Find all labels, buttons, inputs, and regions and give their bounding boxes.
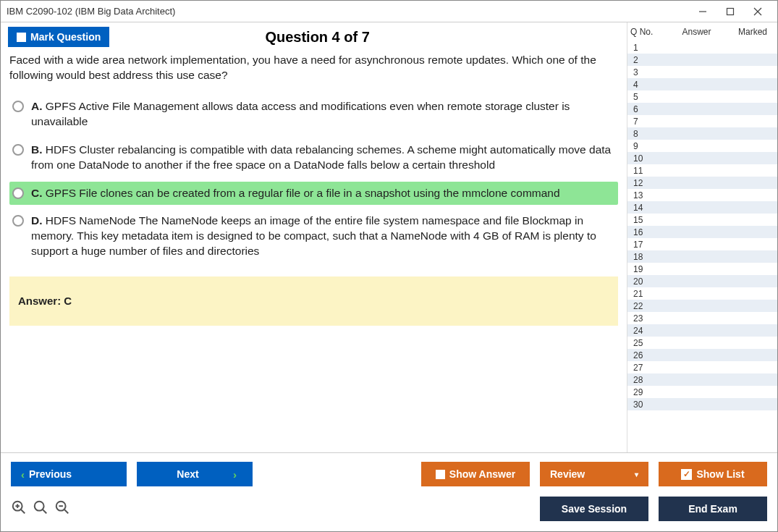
list-item-number: 29 (627, 387, 659, 397)
list-item[interactable]: 18 (627, 250, 777, 263)
list-item-number: 25 (627, 338, 659, 348)
options-list: A. GPFS Active File Management allows da… (9, 95, 618, 263)
list-item[interactable]: 3 (627, 66, 777, 78)
list-item[interactable]: 14 (627, 201, 777, 214)
list-item[interactable]: 20 (627, 275, 777, 287)
list-item-number: 22 (627, 301, 659, 311)
checkbox-icon (436, 470, 445, 479)
svg-point-8 (35, 502, 44, 511)
col-answer: Answer (662, 27, 731, 37)
end-exam-button[interactable]: End Exam (659, 497, 767, 521)
option-row[interactable]: D. HDFS NameNode The NameNode keeps an i… (9, 209, 618, 263)
list-item-number: 17 (627, 240, 659, 250)
list-item[interactable]: 4 (627, 78, 777, 90)
list-item[interactable]: 10 (627, 152, 777, 164)
zoom-reset-icon[interactable] (33, 499, 48, 518)
list-item[interactable]: 24 (627, 324, 777, 337)
chevron-left-icon: ‹ (21, 468, 25, 481)
show-answer-button[interactable]: Show Answer (421, 462, 530, 486)
zoom-controls (11, 499, 70, 518)
list-item[interactable]: 29 (627, 386, 777, 398)
previous-button[interactable]: ‹ Previous (11, 462, 127, 486)
list-item[interactable]: 15 (627, 214, 777, 226)
list-item[interactable]: 5 (627, 90, 777, 103)
list-item[interactable]: 27 (627, 361, 777, 373)
title-bar: IBM C2090-102 (IBM Big Data Architect) (1, 1, 777, 22)
question-list-header: Q No. Answer Marked (627, 22, 777, 41)
question-list-panel: Q No. Answer Marked 12345678910111213141… (627, 22, 777, 452)
list-item[interactable]: 8 (627, 127, 777, 140)
list-item-number: 8 (627, 129, 659, 139)
question-list[interactable]: 1234567891011121314151617181920212223242… (627, 41, 777, 452)
list-item-number: 21 (627, 289, 659, 299)
close-button[interactable] (744, 1, 771, 22)
answer-box: Answer: C (9, 276, 618, 326)
list-item[interactable]: 6 (627, 103, 777, 115)
option-row[interactable]: B. HDFS Cluster rebalancing is compatibl… (9, 138, 618, 177)
zoom-in-icon[interactable] (11, 499, 27, 518)
list-item[interactable]: 22 (627, 300, 777, 312)
list-item-number: 4 (627, 80, 659, 90)
radio-icon[interactable] (12, 215, 24, 227)
radio-icon[interactable] (12, 101, 24, 112)
list-item-number: 19 (627, 264, 659, 274)
list-item[interactable]: 12 (627, 177, 777, 189)
radio-icon[interactable] (12, 144, 24, 156)
list-item-number: 5 (627, 92, 659, 102)
list-item-number: 24 (627, 326, 659, 336)
mark-question-label: Mark Question (30, 31, 101, 43)
option-row[interactable]: C. GPFS File clones can be created from … (9, 182, 618, 206)
option-text: B. HDFS Cluster rebalancing is compatibl… (31, 143, 615, 173)
question-panel: Mark Question Question 4 of 7 Faced with… (1, 22, 627, 452)
question-number-title: Question 4 of 7 (109, 29, 620, 46)
list-item-number: 6 (627, 104, 659, 114)
zoom-out-icon[interactable] (54, 499, 70, 518)
footer-row-2: Save Session End Exam (11, 497, 767, 521)
list-item[interactable]: 26 (627, 349, 777, 361)
col-qno: Q No. (630, 27, 662, 37)
radio-icon[interactable] (12, 187, 24, 199)
list-item-number: 7 (627, 117, 659, 127)
review-dropdown[interactable]: Review ▾ (540, 462, 648, 486)
list-item[interactable]: 11 (627, 164, 777, 177)
option-row[interactable]: A. GPFS Active File Management allows da… (9, 95, 618, 134)
main-area: Mark Question Question 4 of 7 Faced with… (1, 22, 777, 452)
list-item[interactable]: 17 (627, 238, 777, 250)
list-item[interactable]: 16 (627, 226, 777, 238)
window-title: IBM C2090-102 (IBM Big Data Architect) (7, 6, 689, 17)
checkbox-icon (17, 33, 26, 42)
footer-row-1: ‹ Previous Next › Show Answer Review ▾ ✓… (11, 462, 767, 486)
mark-question-button[interactable]: Mark Question (8, 27, 109, 47)
show-answer-label: Show Answer (449, 468, 515, 480)
list-item[interactable]: 25 (627, 337, 777, 349)
minimize-button[interactable] (689, 1, 716, 22)
list-item[interactable]: 1 (627, 41, 777, 54)
list-item[interactable]: 30 (627, 398, 777, 410)
list-item[interactable]: 2 (627, 54, 777, 66)
maximize-button[interactable] (716, 1, 744, 22)
svg-line-11 (64, 510, 69, 514)
list-item-number: 18 (627, 252, 659, 262)
save-session-button[interactable]: Save Session (540, 497, 648, 521)
svg-line-5 (21, 510, 25, 514)
list-item-number: 2 (627, 55, 659, 65)
list-item[interactable]: 23 (627, 312, 777, 324)
list-item[interactable]: 21 (627, 287, 777, 300)
check-icon: ✓ (681, 469, 692, 480)
list-item[interactable]: 7 (627, 115, 777, 127)
list-item[interactable]: 19 (627, 263, 777, 275)
option-text: A. GPFS Active File Management allows da… (31, 99, 615, 130)
list-item[interactable]: 9 (627, 140, 777, 152)
next-button[interactable]: Next › (137, 462, 253, 486)
show-list-button[interactable]: ✓ Show List (659, 462, 767, 486)
list-item-number: 27 (627, 363, 659, 373)
list-item[interactable]: 28 (627, 373, 777, 386)
option-text: C. GPFS File clones can be created from … (31, 186, 615, 201)
chevron-right-icon: › (233, 468, 237, 481)
list-item-number: 9 (627, 141, 659, 151)
list-item-number: 13 (627, 190, 659, 200)
list-item[interactable]: 13 (627, 189, 777, 201)
question-header: Mark Question Question 4 of 7 (1, 27, 627, 53)
list-item-number: 28 (627, 375, 659, 385)
col-marked: Marked (731, 27, 774, 37)
